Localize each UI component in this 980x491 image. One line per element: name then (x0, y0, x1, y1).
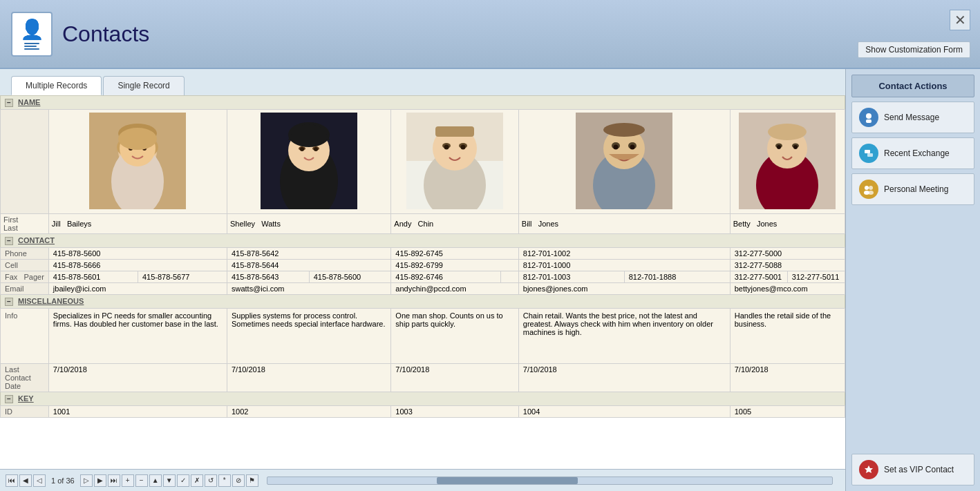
name-betty[interactable]: Betty Jones (730, 214, 845, 234)
confirm-btn[interactable]: ✓ (177, 474, 189, 487)
fax-bill[interactable]: 812-701-1003 (518, 271, 624, 283)
id-shelley[interactable]: 1002 (227, 406, 390, 418)
tab-single-record[interactable]: Single Record (103, 76, 184, 95)
name-jill[interactable]: Jill Baileys (48, 214, 227, 234)
main-area: Multiple Records Single Record − NAME (0, 69, 980, 491)
lc-jill[interactable]: 7/10/2018 (48, 364, 227, 392)
email-andy[interactable]: andychin@pccd.com (391, 283, 518, 295)
horizontal-scrollbar[interactable] (267, 476, 833, 485)
info-andy[interactable]: One man shop. Counts on us to ship parts… (391, 309, 518, 364)
svg-point-43 (793, 145, 798, 149)
cell-shelley[interactable]: 415-878-5644 (227, 260, 390, 271)
refresh-btn[interactable]: ↺ (205, 474, 217, 487)
flag-btn[interactable]: ⚑ (246, 474, 258, 487)
svg-point-36 (603, 123, 645, 137)
cell-betty[interactable]: 312-277-5088 (730, 260, 845, 271)
svg-point-10 (118, 128, 157, 150)
name-labels-row: First Last Jill Baileys Shelley Watts An… (1, 214, 845, 234)
info-bill[interactable]: Chain retail. Wants the best price, not … (518, 309, 730, 364)
first-record-btn[interactable]: ⏮ (6, 474, 18, 487)
info-shelley[interactable]: Supplies systems for process control. So… (227, 309, 390, 364)
close-button[interactable]: ✕ (950, 10, 970, 30)
email-betty[interactable]: bettyjones@mco.com (730, 283, 845, 295)
section-name-label: NAME (18, 98, 40, 106)
delete-record-btn[interactable]: − (135, 474, 148, 487)
info-betty[interactable]: Handles the retail side of the business. (730, 309, 845, 364)
tabs: Multiple Records Single Record (0, 69, 845, 95)
id-jill[interactable]: 1001 (48, 406, 227, 418)
move-up-btn[interactable]: ▲ (149, 474, 162, 487)
scrollbar-thumb (437, 477, 578, 484)
email-shelley[interactable]: swatts@ici.com (227, 283, 390, 295)
phone-jill[interactable]: 415-878-5600 (48, 248, 227, 260)
pager-betty[interactable]: 312-277-5011 (787, 271, 845, 283)
pager-bill[interactable]: 812-701-1888 (624, 271, 730, 283)
lc-andy[interactable]: 7/10/2018 (391, 364, 518, 392)
collapse-misc-btn[interactable]: − (5, 298, 13, 306)
send-message-icon (859, 108, 878, 127)
cell-jill[interactable]: 415-878-5666 (48, 260, 227, 271)
section-header-contact: − CONTACT (1, 234, 845, 248)
filter-btn[interactable]: ⊘ (232, 474, 245, 487)
personal-meeting-icon (859, 180, 878, 199)
cell-bill[interactable]: 812-701-1000 (518, 260, 730, 271)
section-key-label: KEY (18, 394, 34, 403)
search-btn[interactable]: * (218, 474, 231, 487)
pager-andy[interactable] (501, 271, 518, 283)
name-andy[interactable]: Andy Chin (391, 214, 518, 234)
photo-betty-img (739, 113, 836, 209)
add-record-btn[interactable]: + (122, 474, 134, 487)
data-table-container[interactable]: − NAME (0, 95, 845, 469)
section-contact-label: CONTACT (18, 236, 55, 244)
send-message-btn[interactable]: Send Message (851, 102, 974, 133)
svg-point-42 (777, 145, 781, 149)
email-bill[interactable]: bjones@jones.com (518, 283, 730, 295)
id-row: ID 1001 1002 1003 1004 1005 (1, 406, 845, 418)
name-bill[interactable]: Bill Jones (518, 214, 730, 234)
photo-label-col (1, 110, 49, 214)
customize-button[interactable]: Show Customization Form (858, 41, 970, 58)
fax-jill[interactable]: 415-878-5601 (48, 271, 138, 283)
phone-betty[interactable]: 312-277-5000 (730, 248, 845, 260)
id-andy[interactable]: 1003 (391, 406, 518, 418)
recent-exchange-btn[interactable]: Recent Exchange (851, 137, 974, 169)
svg-point-52 (868, 191, 874, 195)
fax-shelley[interactable]: 415-878-5643 (227, 271, 309, 283)
fax-betty[interactable]: 312-277-5001 (730, 271, 787, 283)
cell-andy[interactable]: 415-892-6799 (391, 260, 518, 271)
photo-andy (391, 110, 518, 214)
phone-andy[interactable]: 415-892-6745 (391, 248, 518, 260)
id-bill[interactable]: 1004 (518, 406, 730, 418)
email-jill[interactable]: jbailey@ici.com (48, 283, 227, 295)
phone-row: Phone 415-878-5600 415-878-5642 415-892-… (1, 248, 845, 260)
collapse-key-btn[interactable]: − (5, 395, 13, 403)
tab-multiple-records[interactable]: Multiple Records (11, 76, 102, 95)
name-shelley[interactable]: Shelley Watts (227, 214, 390, 234)
current-record: 1 of 36 (51, 476, 75, 485)
id-betty[interactable]: 1005 (730, 406, 845, 418)
pager-shelley[interactable]: 415-878-5600 (309, 271, 391, 283)
next-page-btn[interactable]: ▶ (94, 474, 106, 487)
lc-betty[interactable]: 7/10/2018 (730, 364, 845, 392)
phone-shelley[interactable]: 415-878-5642 (227, 248, 390, 260)
svg-point-49 (865, 186, 869, 190)
personal-meeting-btn[interactable]: Personal Meeting (851, 173, 974, 205)
cancel-btn[interactable]: ✗ (191, 474, 203, 487)
set-vip-btn[interactable]: Set as VIP Contact (851, 454, 974, 485)
info-jill[interactable]: Specializes in PC needs for smaller acco… (48, 309, 227, 364)
phone-bill[interactable]: 812-701-1002 (518, 248, 730, 260)
collapse-name-btn[interactable]: − (5, 99, 13, 107)
fax-andy[interactable]: 415-892-6746 (391, 271, 501, 283)
last-record-btn[interactable]: ⏭ (108, 474, 120, 487)
lc-shelley[interactable]: 7/10/2018 (227, 364, 390, 392)
first-label: First Last (1, 214, 49, 234)
pager-jill[interactable]: 415-878-5677 (138, 271, 227, 283)
email-row: Email jbailey@ici.com swatts@ici.com and… (1, 283, 845, 295)
prev-page-btn[interactable]: ◀ (19, 474, 32, 487)
lc-bill[interactable]: 7/10/2018 (518, 364, 730, 392)
move-down-btn[interactable]: ▼ (163, 474, 176, 487)
next-record-btn[interactable]: ▷ (80, 474, 93, 487)
collapse-contact-btn[interactable]: − (5, 237, 13, 245)
svg-point-19 (314, 147, 318, 151)
prev-record-btn[interactable]: ◁ (33, 474, 46, 487)
